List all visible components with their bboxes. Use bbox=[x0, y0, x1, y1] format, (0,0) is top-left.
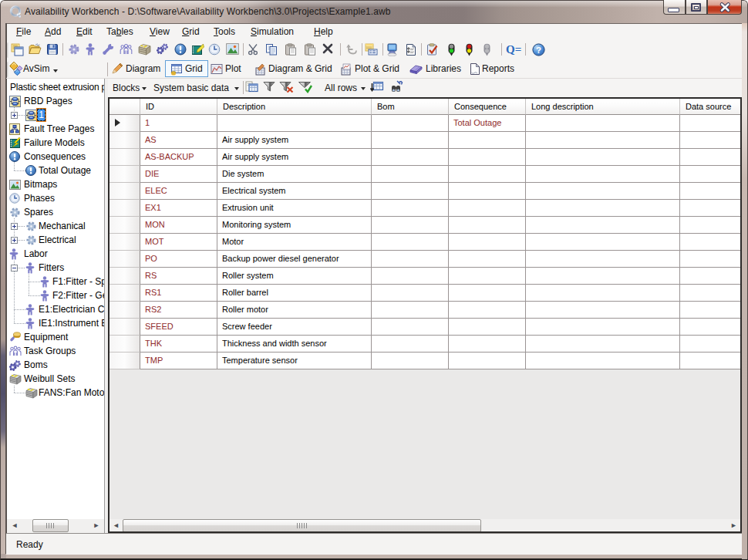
svg-text:?: ? bbox=[536, 46, 541, 55]
